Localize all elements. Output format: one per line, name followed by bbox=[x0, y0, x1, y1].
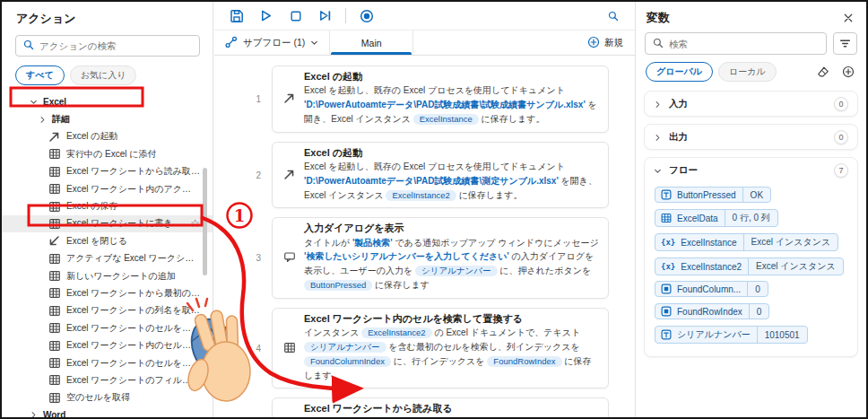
action-card-3[interactable]: 入力ダイアログを表示タイトルが '製品検索' である通知ポップアップ ウィンドウ… bbox=[272, 217, 609, 298]
variables-filter-button[interactable] bbox=[833, 32, 857, 55]
tree-item[interactable]: Excel ワークシートの列名を取得する bbox=[2, 302, 213, 319]
variable-row: シリアルナンバー1010501 bbox=[655, 326, 848, 344]
favorite-star-icon[interactable]: ☆ bbox=[190, 217, 200, 230]
chevron-right-icon bbox=[654, 129, 662, 145]
tree-item[interactable]: Excel ワークシートに書き込む☆ bbox=[2, 215, 213, 232]
action-card-5[interactable]: Excel ワークシートから読み取る列 FoundColumnIndex + 1… bbox=[272, 397, 609, 417]
variables-section-フロー: フロー7ButtonPressedOKExcelData0 行, 0 列{x}E… bbox=[644, 157, 858, 357]
datatable-variable-icon bbox=[655, 210, 674, 226]
flow-search-button[interactable] bbox=[605, 8, 621, 23]
variable-chip[interactable]: FoundRowIndex bbox=[487, 356, 561, 367]
variables-section-出力: 出力0 bbox=[644, 124, 858, 150]
variable-value: 0 bbox=[749, 304, 769, 319]
tree-item[interactable]: Excel ワークシート内のセルを並べ替える bbox=[2, 336, 213, 354]
variable-chip[interactable]: シリアルナンバー bbox=[304, 342, 386, 353]
tree-item[interactable]: Excel の保存 bbox=[2, 197, 213, 214]
actions-search-input[interactable] bbox=[39, 40, 192, 51]
tree-group-Word[interactable]: Word bbox=[2, 406, 213, 417]
record-button[interactable] bbox=[359, 8, 374, 23]
chevron-right-icon bbox=[38, 116, 47, 124]
action-card-2[interactable]: Excel の起動Excel を起動し、既存の Excel プロセスを使用してド… bbox=[272, 142, 609, 209]
action-row: 4Excel ワークシート内のセルを検索して置換するインスタンス ExcelIn… bbox=[214, 308, 635, 388]
action-card-body: Excel ワークシート内のセルを検索して置換するインスタンス ExcelIns… bbox=[304, 312, 599, 382]
action-title: 入力ダイアログを表示 bbox=[304, 222, 599, 234]
action-description: タイトルが '製品検索' である通知ポップアップ ウィンドウにメッセージ '検索… bbox=[304, 236, 599, 292]
variables-count-badge: 0 bbox=[834, 97, 848, 111]
variable-chip[interactable]: ExcelInstance2 bbox=[361, 327, 431, 338]
action-card-1[interactable]: Excel の起動Excel を起動し、既存の Excel プロセスを使用してド… bbox=[272, 65, 609, 133]
save-button[interactable] bbox=[229, 8, 244, 23]
description-segment: に保存します。 bbox=[456, 190, 523, 200]
scope-local-pill[interactable]: ローカル bbox=[718, 62, 777, 82]
variable-pill-ButtonPressed[interactable]: ButtonPressedOK bbox=[655, 187, 771, 203]
eraser-icon[interactable] bbox=[816, 65, 830, 79]
tree-item[interactable]: Excel ワークシートから読み取る bbox=[2, 163, 213, 180]
launch-icon bbox=[48, 130, 61, 144]
description-segment: に保存します。 bbox=[479, 114, 545, 124]
run-button[interactable] bbox=[258, 8, 273, 23]
actions-scrollbar[interactable] bbox=[203, 168, 207, 275]
tree-item[interactable]: Excel ワークシートから最初の空の列や行を... bbox=[2, 284, 213, 301]
description-segment: を含む最初のセルを検索し、列インデックスを bbox=[386, 342, 580, 352]
tree-item[interactable]: Excel を閉じる bbox=[2, 232, 213, 249]
description-segment: に保存します bbox=[372, 280, 430, 290]
action-card-4[interactable]: Excel ワークシート内のセルを検索して置換するインスタンス ExcelIns… bbox=[272, 308, 609, 388]
variable-chip[interactable]: FoundColumnIndex bbox=[304, 356, 391, 367]
tree-item[interactable]: 詳細 bbox=[2, 110, 213, 127]
close-icon[interactable] bbox=[841, 11, 855, 25]
tree-item-label: Excel の保存 bbox=[66, 200, 117, 213]
stop-button[interactable] bbox=[288, 8, 303, 23]
tree-item[interactable]: 空のセルを取得 bbox=[2, 389, 213, 406]
filter-favorites-pill[interactable]: お気に入り bbox=[70, 65, 137, 85]
subflow-selector[interactable]: サブフロー (1) bbox=[214, 31, 329, 55]
variable-name: ExcelData bbox=[674, 210, 725, 226]
tree-group-Excel[interactable]: Excel bbox=[2, 93, 213, 110]
variable-chip[interactable]: ExcelInstance2 bbox=[386, 190, 456, 201]
add-variable-button[interactable] bbox=[841, 65, 855, 79]
description-segment: 'D:\PowerAutoamteデータ\PAD試験成績書\測定サンプル.xls… bbox=[304, 176, 559, 186]
tree-item[interactable]: 実行中の Excel に添付 bbox=[2, 145, 213, 162]
new-subflow-button[interactable]: 新規 bbox=[576, 31, 635, 55]
tree-item[interactable]: アクティブな Excel ワークシートの設定 bbox=[2, 250, 213, 267]
variable-row: {x}ExcelInstanceExcel インスタンス bbox=[655, 232, 848, 251]
tree-item[interactable]: Excel ワークシートのセルをクリアする bbox=[2, 319, 213, 336]
scope-global-pill[interactable]: グローバル bbox=[646, 62, 713, 82]
variables-search-box[interactable] bbox=[645, 32, 827, 55]
variable-chip[interactable]: シリアルナンバー bbox=[415, 266, 498, 276]
tree-item-label: Excel を閉じる bbox=[66, 235, 127, 248]
tree-item[interactable]: Excel の起動 bbox=[2, 128, 213, 145]
filter-all-pill[interactable]: すべて bbox=[15, 65, 65, 85]
variable-pill-FoundColumn...[interactable]: FoundColumn...0 bbox=[655, 281, 768, 297]
action-title: Excel の起動 bbox=[304, 146, 599, 159]
tree-item[interactable]: Excel ワークシート内のアクティブなセルを取得 bbox=[2, 180, 213, 197]
power-automate-desktop-window: アクション すべて お気に入り Excel詳細Excel の起動実行中の Exc… bbox=[0, 0, 868, 419]
description-segment: Excel を起動し、既存の Excel プロセスを使用してドキュメント bbox=[304, 85, 565, 95]
variable-value: 0 行, 0 列 bbox=[725, 210, 777, 226]
tree-item[interactable]: Excel ワークシートのセルをフィルター処理する bbox=[2, 354, 213, 371]
action-description: 列 FoundColumnIndex + 1 行 FoundRowIndex +… bbox=[304, 416, 599, 417]
tab-main[interactable]: Main bbox=[329, 31, 413, 55]
flow-variables-list: ButtonPressedOKExcelData0 行, 0 列{x}Excel… bbox=[654, 178, 848, 352]
tree-item[interactable]: 新しいワークシートの追加 bbox=[2, 267, 213, 284]
variables-section-header[interactable]: フロー7 bbox=[654, 162, 848, 178]
variable-pill-シリアルナンバー[interactable]: シリアルナンバー1010501 bbox=[655, 326, 808, 344]
excel-grid-icon bbox=[48, 269, 61, 283]
actions-search-box[interactable] bbox=[15, 35, 200, 57]
variables-search-input[interactable] bbox=[669, 39, 819, 49]
variable-pill-ExcelData[interactable]: ExcelData0 行, 0 列 bbox=[655, 209, 778, 227]
variables-section-header[interactable]: 出力0 bbox=[654, 129, 848, 144]
excel-grid-icon bbox=[48, 200, 61, 214]
variable-pill-ExcelInstance2[interactable]: {x}ExcelInstance2Excel インスタンス bbox=[655, 258, 844, 275]
variable-pill-ExcelInstance[interactable]: {x}ExcelInstanceExcel インスタンス bbox=[655, 233, 838, 251]
excel-grid-icon bbox=[48, 373, 61, 387]
variable-name: ExcelInstance2 bbox=[678, 258, 748, 275]
tree-item-label: 空のセルを取得 bbox=[66, 391, 130, 404]
tree-item-label: Excel ワークシート内のアクティブなセルを取得 bbox=[66, 183, 200, 196]
variable-chip[interactable]: ExcelInstance bbox=[413, 114, 479, 125]
variable-pill-FoundRowIndex[interactable]: FoundRowIndex0 bbox=[655, 303, 769, 319]
variable-chip[interactable]: ButtonPressed bbox=[304, 280, 372, 291]
tree-item[interactable]: Excel ワークシートのフィルターをクリアする bbox=[2, 371, 213, 388]
action-row: 2Excel の起動Excel を起動し、既存の Excel プロセスを使用して… bbox=[214, 142, 635, 209]
variables-section-header[interactable]: 入力0 bbox=[654, 96, 848, 111]
run-next-action-button[interactable] bbox=[317, 8, 333, 23]
